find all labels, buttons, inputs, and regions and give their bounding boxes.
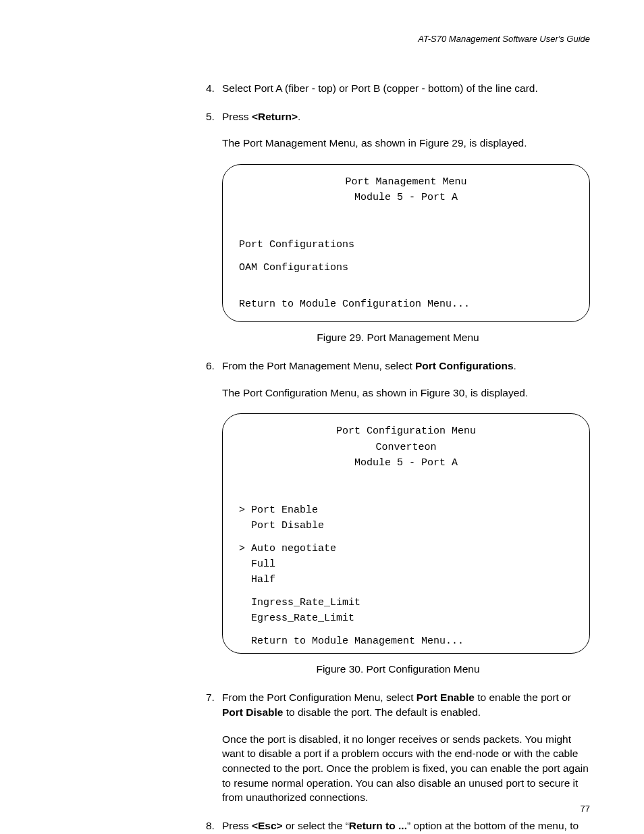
step-body: Press <Esc> or select the “Return to ...… [222,818,590,834]
step-body: From the Port Management Menu, select Po… [222,359,590,400]
step-body: Press <Return>. The Port Management Menu… [222,109,590,151]
text-fragment: From the Port Management Menu, select [222,360,415,371]
page-header: AT-S70 Management Software User's Guide [54,34,590,44]
blank-line [239,221,573,237]
figure-subtitle: Module 5 - Port A [239,190,573,205]
menu-line: > Auto negotiate [239,541,573,556]
figure-29-box: Port Management Menu Module 5 - Port A P… [222,164,590,322]
text-fragment: to disable the port. The default is enab… [283,706,481,718]
step-desc: The Port Configuration Menu, as shown in… [222,386,590,400]
figure-30-box: Port Configuration Menu Converteon Modul… [222,413,590,654]
page-container: AT-S70 Management Software User's Guide … [0,0,644,834]
figure-title: Port Configuration Menu [239,423,573,439]
step-number: 8. [206,818,222,834]
step-text: Press <Esc> or select the “Return to ...… [222,818,590,834]
menu-line: Return to Module Configuration Menu... [239,296,573,312]
figure-subtitle: Module 5 - Port A [239,455,573,471]
step-6: 6. From the Port Management Menu, select… [206,359,590,400]
step-body: Select Port A (fiber - top) or Port B (c… [222,81,590,96]
blank-line [239,471,573,486]
bold-port-disable: Port Disable [222,706,283,718]
blank-line [239,533,573,541]
menu-line: > Port Enable [239,502,573,518]
step-text: From the Port Configuration Menu, select… [222,690,590,719]
menu-line: Port Configurations [239,237,573,253]
blank-line [239,291,573,296]
menu-line: OAM Configurations [239,260,573,276]
step-8: 8. Press <Esc> or select the “Return to … [206,818,590,834]
menu-line: Egress_Rate_Limit [239,610,573,626]
step-body: From the Port Configuration Menu, select… [222,690,590,805]
step-4: 4. Select Port A (fiber - top) or Port B… [206,81,590,96]
menu-line: Half [239,572,573,588]
figure-29-caption: Figure 29. Port Management Menu [206,332,590,344]
text-fragment: Press [222,820,252,831]
text-fragment: Press [222,111,252,122]
step-7: 7. From the Port Configuration Menu, sel… [206,690,590,805]
blank-line [239,626,573,633]
bold-port-configurations: Port Configurations [415,360,514,371]
text-fragment: or select the “ [283,820,349,831]
page-number: 77 [581,804,590,814]
menu-line: Full [239,556,573,572]
step-text: From the Port Management Menu, select Po… [222,359,590,373]
blank-line [239,486,573,502]
text-fragment: . [298,111,300,122]
content-area: 4. Select Port A (fiber - top) or Port B… [206,81,590,834]
menu-line: Ingress_Rate_Limit [239,595,573,610]
step-number: 7. [206,690,222,805]
text-fragment: to enable the port or [475,692,571,703]
step-5: 5. Press <Return>. The Port Management M… [206,109,590,151]
step-number: 4. [206,81,222,96]
bold-esc: <Esc> [252,820,283,831]
bold-port-enable: Port Enable [417,692,475,703]
step-number: 6. [206,359,222,400]
menu-line: Return to Module Management Menu... [239,633,573,649]
blank-line [239,276,573,291]
text-fragment: . [514,360,516,371]
menu-line: Port Disable [239,518,573,533]
figure-title: Port Management Menu [239,174,573,190]
bold-return-to: Return to ... [349,820,407,831]
blank-line [239,253,573,260]
step-desc: The Port Management Menu, as shown in Fi… [222,136,590,151]
blank-line [239,206,573,221]
text-fragment: From the Port Configuration Menu, select [222,692,417,703]
step-text: Press <Return>. [222,109,590,124]
step-text: Select Port A (fiber - top) or Port B (c… [222,81,590,96]
figure-30-caption: Figure 30. Port Configuration Menu [206,663,590,675]
blank-line [239,588,573,595]
step-desc: Once the port is disabled, it no longer … [222,732,590,805]
bold-return: <Return> [252,111,298,122]
figure-subtitle: Converteon [239,440,573,455]
step-number: 5. [206,109,222,151]
